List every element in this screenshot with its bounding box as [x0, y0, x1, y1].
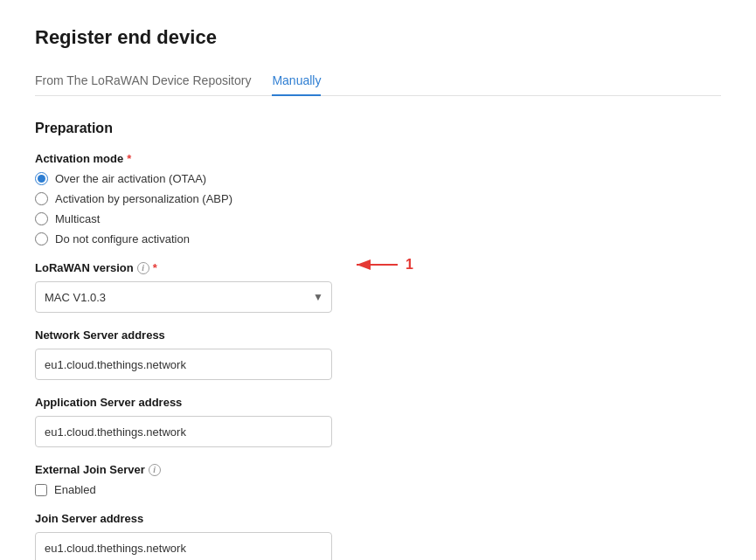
lorawan-version-select[interactable]: MAC V1.0.0 MAC V1.0.1 MAC V1.0.2 MAC V1.…	[35, 281, 332, 313]
activation-mode-label: Activation mode *	[35, 152, 721, 165]
network-server-group: Network Server address	[35, 328, 721, 380]
required-marker: *	[127, 152, 131, 165]
activation-mode-options: Over the air activation (OTAA) Activatio…	[35, 172, 721, 245]
activation-mode-group: Activation mode * Over the air activatio…	[35, 152, 721, 245]
external-join-server-label: External Join Server i	[35, 463, 721, 476]
lorawan-version-group: LoRaWAN version i * MAC V1.0.0 MAC V1.0.…	[35, 261, 721, 313]
network-server-label: Network Server address	[35, 328, 721, 342]
annotation-number-1: 1	[406, 257, 413, 273]
join-server-input[interactable]	[35, 532, 332, 560]
tab-repository[interactable]: From The LoRaWAN Device Repository	[35, 66, 251, 96]
page-wrapper: Register end device From The LoRaWAN Dev…	[0, 0, 756, 560]
join-server-label: Join Server address	[35, 512, 721, 525]
radio-otaa[interactable]: Over the air activation (OTAA)	[35, 172, 721, 185]
radio-abp[interactable]: Activation by personalization (ABP)	[35, 192, 721, 205]
radio-none[interactable]: Do not configure activation	[35, 232, 721, 245]
application-server-group: Application Server address	[35, 396, 721, 447]
radio-otaa-input[interactable]	[35, 172, 48, 185]
arrow-1-svg	[350, 254, 402, 275]
application-server-label: Application Server address	[35, 396, 721, 409]
section-title: Preparation	[35, 121, 721, 136]
radio-abp-input[interactable]	[35, 192, 48, 205]
external-join-info-icon[interactable]: i	[149, 464, 161, 476]
external-join-server-group: External Join Server i Enabled	[35, 463, 721, 496]
network-server-input[interactable]	[35, 349, 332, 380]
annotation-arrow-1: 1	[350, 254, 413, 275]
tabs-bar: From The LoRaWAN Device Repository Manua…	[35, 66, 721, 96]
external-join-checkbox[interactable]	[35, 484, 47, 496]
radio-multicast-input[interactable]	[35, 212, 48, 225]
lorawan-required-marker: *	[153, 261, 157, 274]
lorawan-version-select-wrapper: MAC V1.0.0 MAC V1.0.1 MAC V1.0.2 MAC V1.…	[35, 281, 332, 313]
page-title: Register end device	[35, 26, 721, 49]
application-server-input[interactable]	[35, 416, 332, 447]
tab-manually[interactable]: Manually	[272, 66, 321, 96]
radio-multicast[interactable]: Multicast	[35, 212, 721, 225]
join-server-group: Join Server address	[35, 512, 721, 560]
external-join-enabled[interactable]: Enabled	[35, 483, 721, 496]
radio-none-input[interactable]	[35, 232, 48, 245]
main-content: Register end device From The LoRaWAN Dev…	[0, 0, 756, 560]
lorawan-info-icon[interactable]: i	[137, 262, 149, 274]
